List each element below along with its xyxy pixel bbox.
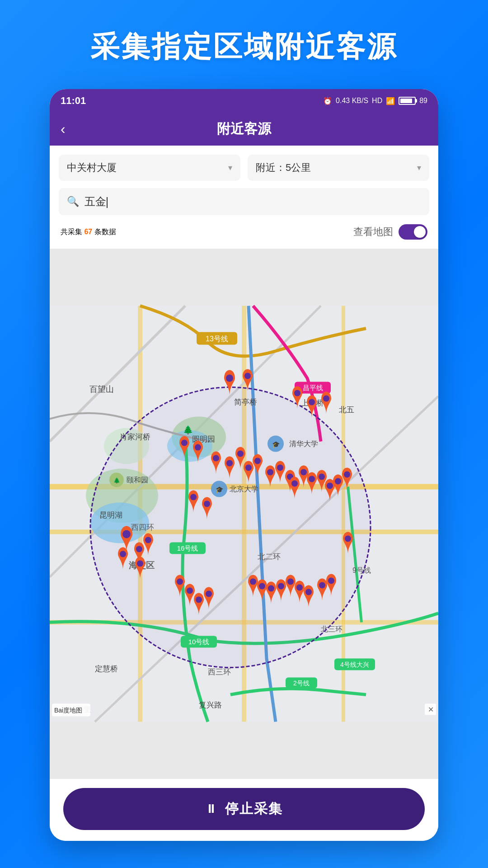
distance-value: 附近：5公里	[256, 161, 311, 175]
status-time: 11:01	[61, 95, 86, 107]
svg-point-77	[136, 546, 142, 552]
collect-btn-area: ⏸ 停止采集	[50, 779, 438, 841]
svg-text:百望山: 百望山	[89, 385, 114, 394]
svg-point-92	[296, 585, 303, 591]
svg-text:🎓: 🎓	[216, 486, 224, 494]
svg-point-55	[244, 373, 251, 379]
svg-point-86	[206, 591, 212, 597]
stats-suffix: 条数据	[94, 228, 116, 236]
app-header: ‹ 附近客源	[50, 113, 438, 146]
svg-text:10号线: 10号线	[188, 638, 210, 646]
svg-point-56	[294, 390, 300, 396]
chevron-down-icon: ▾	[228, 163, 232, 173]
map-toggle-area: 查看地图	[353, 224, 427, 240]
svg-text:9号线: 9号线	[352, 566, 371, 574]
stats-prefix: 共采集	[61, 228, 82, 236]
stop-collect-label: 停止采集	[225, 800, 283, 818]
svg-point-58	[323, 396, 329, 402]
svg-point-72	[319, 474, 325, 480]
controls-area: 中关村大厦 ▾ 附近：5公里 ▾ 🔍 五金 共采集 67 条数据 查看地图	[50, 146, 438, 249]
hero-title: 采集指定区域附近客源	[72, 0, 416, 89]
svg-point-57	[309, 399, 315, 406]
map-svg: 13号线 昌平线 16号线 10号线 2号线 4号线大兴 9号线 百望山 肖家河…	[50, 249, 438, 779]
svg-point-82	[204, 501, 210, 507]
svg-point-66	[267, 469, 273, 476]
back-button[interactable]: ‹	[61, 121, 80, 137]
svg-point-59	[181, 440, 188, 446]
page-title: 附近客源	[217, 120, 271, 138]
svg-text:肖家河桥: 肖家河桥	[120, 433, 150, 441]
svg-text:西三环: 西三环	[208, 668, 231, 676]
stats-row: 共采集 67 条数据 查看地图	[59, 222, 429, 244]
svg-point-54	[226, 375, 233, 382]
search-box[interactable]: 🔍 五金	[59, 188, 429, 215]
svg-text:复兴路: 复兴路	[199, 701, 222, 709]
distance-select[interactable]: 附近：5公里 ▾	[248, 155, 429, 181]
svg-text:🎓: 🎓	[272, 441, 280, 448]
status-icons: ⏰ 0.43 KB/S HD 📶 89	[323, 97, 427, 105]
search-input[interactable]: 五金	[84, 194, 421, 209]
svg-point-84	[187, 588, 193, 594]
svg-point-63	[237, 451, 244, 457]
svg-point-74	[335, 478, 341, 485]
svg-point-79	[120, 551, 126, 557]
select-row: 中关村大厦 ▾ 附近：5公里 ▾	[59, 155, 429, 181]
svg-point-85	[196, 597, 202, 603]
clock-icon: ⏰	[323, 97, 332, 105]
svg-point-71	[309, 476, 315, 482]
svg-text:昌平线: 昌平线	[303, 384, 323, 392]
svg-text:定慧桥: 定慧桥	[95, 665, 118, 673]
map-view-toggle[interactable]	[399, 224, 427, 240]
svg-point-96	[345, 536, 351, 542]
svg-text:Bai度地图: Bai度地图	[54, 707, 82, 714]
battery-percent: 89	[419, 97, 427, 105]
svg-point-94	[319, 582, 325, 589]
svg-text:昆明湖: 昆明湖	[99, 511, 122, 519]
network-type: 📶	[386, 97, 395, 105]
svg-text:北二环: 北二环	[258, 552, 281, 561]
svg-text:清华大学: 清华大学	[289, 440, 318, 448]
svg-point-83	[177, 579, 183, 585]
svg-text:🌲: 🌲	[183, 425, 193, 435]
map-container[interactable]: 13号线 昌平线 16号线 10号线 2号线 4号线大兴 9号线 百望山 肖家河…	[50, 249, 438, 779]
svg-point-80	[145, 537, 151, 543]
svg-point-70	[300, 469, 307, 476]
stop-collect-button[interactable]: ⏸ 停止采集	[63, 788, 425, 830]
svg-point-60	[195, 444, 201, 451]
svg-point-76	[122, 530, 131, 538]
svg-text:4号线大兴: 4号线大兴	[340, 661, 369, 668]
svg-point-90	[278, 583, 284, 590]
status-bar: 11:01 ⏰ 0.43 KB/S HD 📶 89	[50, 89, 438, 113]
hd-label: HD	[372, 97, 382, 105]
svg-point-64	[245, 465, 252, 471]
svg-point-75	[344, 472, 350, 478]
svg-text:2号线: 2号线	[293, 679, 310, 687]
svg-text:✕: ✕	[428, 706, 434, 713]
svg-point-93	[305, 589, 312, 595]
svg-point-87	[250, 579, 256, 585]
svg-text:🌲: 🌲	[113, 477, 120, 484]
svg-text:简亭桥: 简亭桥	[234, 398, 257, 406]
svg-point-89	[268, 585, 274, 592]
svg-point-65	[254, 458, 261, 464]
svg-point-88	[259, 583, 265, 590]
pause-icon: ⏸	[205, 802, 218, 816]
svg-point-73	[327, 483, 333, 489]
toggle-knob	[414, 226, 426, 238]
battery-fill	[400, 99, 412, 103]
svg-point-95	[328, 578, 334, 584]
svg-text:北五: 北五	[339, 406, 354, 414]
location-value: 中关村大厦	[67, 161, 117, 175]
svg-text:颐和园: 颐和园	[127, 476, 148, 484]
svg-text:16号线: 16号线	[177, 544, 198, 552]
svg-point-61	[213, 455, 219, 462]
stats-count: 67	[84, 228, 92, 236]
search-icon: 🔍	[67, 196, 79, 208]
battery-icon	[399, 97, 416, 105]
svg-point-91	[287, 579, 294, 585]
location-select[interactable]: 中关村大厦 ▾	[59, 155, 240, 181]
stats-text: 共采集 67 条数据	[61, 227, 116, 237]
svg-text:北三环: 北三环	[321, 625, 343, 633]
svg-text:西四环: 西四环	[131, 523, 154, 532]
svg-text:13号线: 13号线	[206, 335, 228, 343]
